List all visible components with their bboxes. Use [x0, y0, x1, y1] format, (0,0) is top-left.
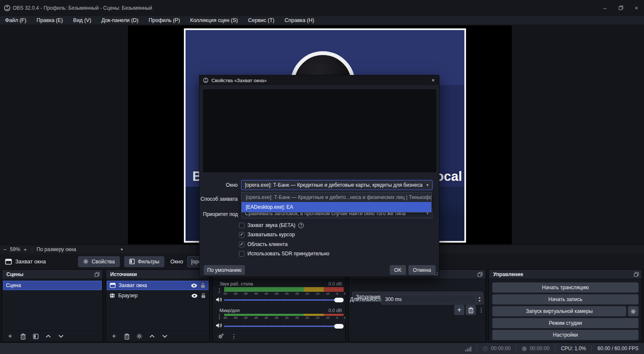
checkbox-force-sdr[interactable] — [239, 251, 244, 257]
move-scene-down-button[interactable] — [57, 332, 65, 340]
move-source-up-button[interactable] — [148, 332, 156, 340]
checkbox-client-area[interactable]: ✓ — [239, 242, 244, 247]
scene-list-item[interactable]: Сцена — [3, 281, 102, 290]
dialog-close-button[interactable]: × — [431, 75, 435, 85]
minimize-button[interactable]: – — [597, 0, 613, 16]
visibility-eye-icon[interactable] — [191, 283, 197, 288]
mixer-channel-menu-icon[interactable]: ⋮ — [217, 314, 222, 320]
menu-edit[interactable]: Правка (E) — [31, 16, 68, 25]
duration-label: Длительность — [350, 296, 383, 302]
checkbox-capture-cursor[interactable]: ✓ — [239, 232, 244, 238]
cancel-button[interactable]: Отмена — [408, 265, 436, 275]
checkbox-row[interactable]: Использовать SDR принудительно — [239, 251, 329, 257]
add-transition-button[interactable]: + — [454, 305, 464, 315]
sources-dock-title: Источники — [110, 271, 137, 277]
advanced-audio-gear-icon[interactable] — [217, 332, 225, 340]
scenes-dock-title: Сцены — [6, 271, 23, 277]
duration-spinner[interactable]: 300 ms ▲ ▼ — [381, 294, 483, 304]
transition-menu-icon[interactable]: ⋮ — [478, 307, 484, 313]
zoom-out-button[interactable]: − — [0, 246, 10, 253]
studio-mode-button[interactable]: Режим студии — [492, 318, 638, 328]
speaker-icon[interactable] — [215, 296, 222, 303]
dialog-source-preview — [203, 89, 436, 172]
properties-button[interactable]: Свойства — [78, 256, 120, 267]
spinner-arrows[interactable]: ▲ ▼ — [476, 295, 483, 304]
title-bar: OBS 32.0.4 - Профиль: Безымянный - Сцены… — [0, 0, 644, 16]
source-list-item[interactable]: Браузер — [107, 291, 208, 300]
slider-handle[interactable] — [334, 324, 344, 329]
dock-float-icon[interactable] — [634, 272, 639, 277]
scenes-dock-header: Сцены — [2, 270, 103, 279]
zoom-in-button[interactable]: + — [20, 246, 31, 253]
start-virtual-camera-button[interactable]: Запуск виртуальной камеры — [492, 306, 626, 316]
settings-button[interactable]: Настройки — [492, 330, 638, 340]
checkbox-row[interactable]: Захват звука (БЕТА) ? — [239, 222, 304, 228]
close-button[interactable]: × — [629, 0, 644, 16]
menu-scene-collection[interactable]: Коллекция сцен (S) — [185, 16, 243, 25]
add-source-button[interactable]: + — [110, 332, 118, 340]
move-scene-up-button[interactable] — [44, 332, 53, 340]
mixer-menu-icon[interactable]: ⋮ — [231, 333, 237, 339]
meter-red — [324, 287, 344, 292]
help-icon[interactable]: ? — [298, 223, 304, 228]
obs-logo-icon — [4, 5, 11, 11]
menu-view[interactable]: Вид (V) — [68, 16, 97, 25]
spinner-up-icon[interactable]: ▲ — [478, 296, 481, 299]
checkbox-label: Захват звука (БЕТА) — [247, 222, 295, 228]
menu-docks[interactable]: Док-панели (D) — [96, 16, 143, 25]
meter-yellow — [304, 314, 324, 316]
remove-transition-button[interactable] — [466, 305, 476, 315]
checkbox-capture-audio[interactable] — [239, 223, 244, 228]
checkbox-row[interactable]: ✓ Область клиента — [239, 241, 288, 247]
volume-slider[interactable] — [224, 297, 344, 302]
lock-icon[interactable] — [200, 282, 205, 288]
window-select[interactable]: [opera.exe]: Т-Банк — Кредитные и дебето… — [241, 180, 433, 190]
start-recording-button[interactable]: Начать запись — [492, 294, 638, 304]
scenes-dock: Сцены Сцена + — [2, 269, 103, 342]
meter-green — [224, 314, 304, 316]
stream-status-icon — [483, 346, 488, 351]
source-list-item[interactable]: Захват окна — [107, 281, 208, 290]
resize-grip[interactable] — [435, 272, 438, 275]
zoom-fit-select[interactable]: По размеру окна ▼ — [34, 246, 126, 252]
duration-value: 300 ms — [385, 296, 402, 302]
remove-source-button[interactable] — [122, 332, 131, 340]
source-properties-gear-button[interactable] — [135, 332, 144, 340]
volume-meter — [224, 287, 344, 292]
checkbox-row[interactable]: ✓ Захватывать курсор — [239, 232, 295, 238]
window-capture-icon — [5, 259, 12, 265]
speaker-icon[interactable] — [215, 322, 222, 329]
start-streaming-button[interactable]: Начать трансляцию — [492, 282, 638, 293]
filters-button[interactable]: Фильтры — [124, 256, 164, 267]
virtual-camera-config-gear-button[interactable] — [628, 306, 638, 316]
menu-tools[interactable]: Сервис (T) — [243, 16, 279, 25]
defaults-button[interactable]: По умолчанию — [204, 265, 245, 275]
dock-float-icon[interactable] — [477, 272, 483, 277]
menu-help[interactable]: Справка (H) — [280, 16, 319, 25]
slider-handle[interactable] — [334, 298, 344, 302]
dropdown-option[interactable]: [opera.exe]: Т-Банк — Кредитные и дебето… — [242, 192, 431, 202]
sources-dock-header: Источники — [106, 270, 209, 279]
visibility-eye-icon[interactable] — [191, 293, 198, 298]
menu-profile[interactable]: Профиль (P) — [144, 16, 185, 25]
dock-float-icon[interactable] — [94, 272, 100, 277]
scene-filters-button[interactable] — [31, 332, 40, 340]
volume-slider[interactable] — [224, 324, 344, 329]
spinner-down-icon[interactable]: ▼ — [478, 299, 481, 303]
dropdown-option-selected[interactable]: [EADesktop.exe]: EA — [242, 202, 431, 212]
obs-main-window: OBS 32.0.4 - Профиль: Безымянный - Сцены… — [0, 0, 644, 354]
dialog-title-bar[interactable]: Свойства «Захват окна» × — [200, 75, 439, 85]
selected-source-label: Захват окна — [15, 258, 46, 265]
move-source-down-button[interactable] — [161, 332, 169, 340]
lock-icon[interactable] — [201, 293, 206, 299]
restore-button[interactable] — [613, 0, 628, 16]
match-priority-label: Приоритет под — [203, 211, 240, 217]
ok-button[interactable]: OK — [390, 265, 406, 275]
mixer-channel-menu-icon[interactable]: ⋮ — [217, 288, 222, 293]
remove-scene-button[interactable] — [19, 332, 27, 340]
menu-file[interactable]: Файл (F) — [0, 16, 31, 25]
slider-track — [224, 326, 344, 327]
mixer-channel-level: 0.0 dB — [328, 308, 342, 313]
add-scene-button[interactable]: + — [6, 332, 14, 340]
audio-mixer-dock: Звук раб. стола 0.0 dB ⋮ -60-55-50-45-40… — [212, 269, 346, 342]
